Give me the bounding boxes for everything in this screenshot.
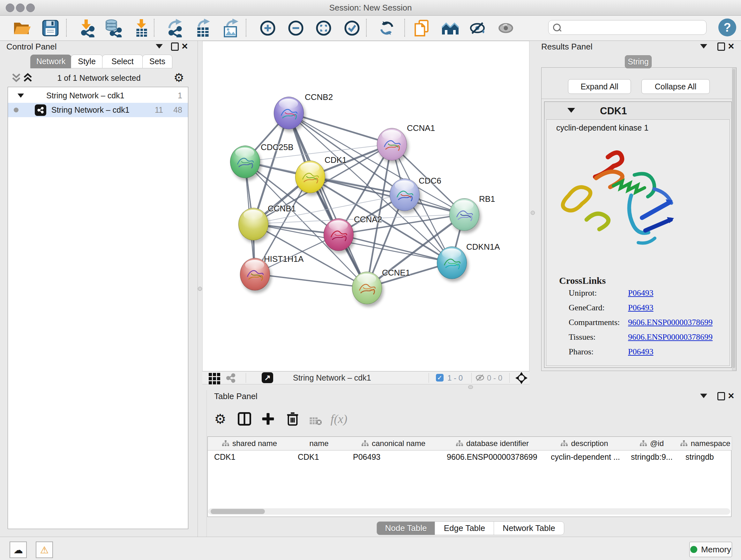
warnings-button[interactable]: ⚠ [36,542,53,558]
network-canvas[interactable]: CCNB2CCNA1CDC25BCDK1CDC6RB1CCNB1CCNA2CDK… [202,41,529,371]
crosslink-value-link[interactable]: P06493 [628,303,653,313]
table-panel-float-icon[interactable] [718,392,725,400]
table-hscrollbar-thumb[interactable] [211,509,265,514]
import-table-button[interactable] [132,18,151,38]
network-node-CCNA1[interactable] [377,128,407,161]
zoom-in-button[interactable] [258,18,278,38]
apply-layout-button[interactable] [377,18,397,38]
control-panel-float-icon[interactable] [171,43,179,51]
results-panel-float-icon[interactable] [718,43,725,51]
delete-column-button[interactable] [284,410,301,428]
control-panel-collapse-icon[interactable] [156,44,163,49]
import-network-file-button[interactable] [77,18,96,38]
crosslink-value-link[interactable]: P06493 [628,347,653,357]
network-node-CCNA2[interactable] [324,219,354,251]
network-node-RB1[interactable] [449,198,479,231]
birdseye-navigator-icon[interactable] [515,372,528,386]
table-cell[interactable]: cyclin-dependent ... [544,450,624,463]
expand-all-chevron-icon[interactable] [23,73,32,84]
crosslink-value-link[interactable]: P06493 [628,288,653,298]
bottom-splitter-handle[interactable] [468,385,473,389]
hide-details-button[interactable] [468,18,488,38]
tab-edge-table[interactable]: Edge Table [434,521,494,535]
column-header-shared-name[interactable]: shared name [208,437,292,450]
tab-network[interactable]: Network [30,55,71,68]
column-header-@id[interactable]: @id [624,437,679,450]
network-edge-CCNB2-CCNA1[interactable] [288,113,392,144]
tab-style[interactable]: Style [71,55,103,68]
table-cell[interactable]: P06493 [347,450,441,463]
results-tab-string[interactable]: String [625,55,652,68]
search-input[interactable] [564,23,706,32]
show-columns-button[interactable] [235,410,253,428]
network-node-CCNE1[interactable] [352,272,382,304]
table-panel-collapse-icon[interactable] [700,394,707,398]
tree-expand-icon[interactable] [17,94,24,98]
save-session-button[interactable] [41,18,60,38]
zoom-selected-button[interactable] [342,18,362,38]
tab-sets[interactable]: Sets [142,55,172,68]
collapse-all-button[interactable]: Collapse All [642,79,710,94]
delete-table-button[interactable] [307,412,325,430]
results-panel-collapse-icon[interactable] [700,44,707,49]
network-collection-row[interactable]: String Network – cdk1 1 [8,88,188,103]
network-node-CDK1[interactable] [295,161,325,193]
crosslink-value-link[interactable]: 9606.ENSP00000378699 [628,318,713,327]
collapse-all-chevron-icon[interactable] [11,73,21,84]
table-hscrollbar[interactable] [208,508,730,515]
selected-checkbox-icon[interactable]: ✓ [436,374,444,381]
open-session-button[interactable] [12,18,32,38]
add-column-button[interactable] [259,410,277,428]
tab-node-table[interactable]: Node Table [377,521,435,535]
export-image-button[interactable] [221,18,241,38]
results-scrollbar-thumb[interactable] [732,69,735,368]
string-home-button[interactable] [441,18,460,38]
import-network-database-button[interactable] [104,18,123,38]
table-panel-close-icon[interactable]: ✕ [728,391,735,401]
column-header-description[interactable]: description [544,437,625,450]
tab-network-table[interactable]: Network Table [494,521,564,535]
network-node-CCNB1[interactable] [239,208,268,240]
show-details-button[interactable] [496,18,516,38]
documents-button[interactable] [412,18,432,38]
fit-content-button[interactable] [314,18,333,38]
tab-select[interactable]: Select [102,55,143,68]
hidden-eye-icon[interactable] [475,373,485,383]
help-button[interactable]: ? [718,18,736,37]
table-cell[interactable]: stringdb:9... [624,450,679,463]
results-panel-close-icon[interactable]: ✕ [728,42,735,51]
column-header-database-identifier[interactable]: database identifier [441,437,545,450]
column-header-canonical-name[interactable]: canonical name [347,437,441,450]
network-node-CDC25B[interactable] [230,145,260,178]
share-view-icon[interactable] [225,373,236,385]
table-cell[interactable]: 9606.ENSP00000378699 [441,450,544,463]
table-options-gear-icon[interactable]: ⚙ [211,410,229,428]
function-builder-button[interactable]: f(x) [330,410,348,428]
right-splitter-handle[interactable] [531,211,535,215]
column-header-namespace[interactable]: namespace [679,437,732,450]
table-cell[interactable]: stringdb [679,450,732,463]
zoom-out-button[interactable] [286,18,306,38]
crosslink-value-link[interactable]: 9606.ENSP00000378699 [628,332,713,342]
node-table[interactable]: shared nameCDK1nameCDK1canonical nameP06… [207,436,731,517]
entry-collapse-icon[interactable] [567,108,575,113]
network-row-selected[interactable]: String Network – cdk1 11 48 [8,103,188,117]
network-node-CDC6[interactable] [390,179,420,211]
detach-view-button[interactable]: ↗ [262,372,273,383]
network-edge-HIST1H1A-CCNE1[interactable] [255,274,367,288]
memory-button[interactable]: Memory [689,542,732,557]
left-splitter-handle[interactable] [198,287,202,291]
table-cell[interactable]: CDK1 [291,450,347,463]
search-field[interactable] [548,20,706,35]
expand-all-button[interactable]: Expand All [568,79,631,94]
table-cell[interactable]: CDK1 [208,450,291,463]
control-panel-close-icon[interactable]: ✕ [181,42,188,51]
cloud-button[interactable]: ☁ [10,542,27,558]
export-network-button[interactable] [165,18,185,38]
grid-view-icon[interactable] [209,373,220,384]
network-node-CDKN1A[interactable] [437,246,467,279]
export-table-button[interactable] [193,18,213,38]
network-node-CCNB2[interactable] [274,97,304,129]
network-options-gear-icon[interactable]: ⚙ [174,71,184,84]
column-header-name[interactable]: name [291,437,347,450]
